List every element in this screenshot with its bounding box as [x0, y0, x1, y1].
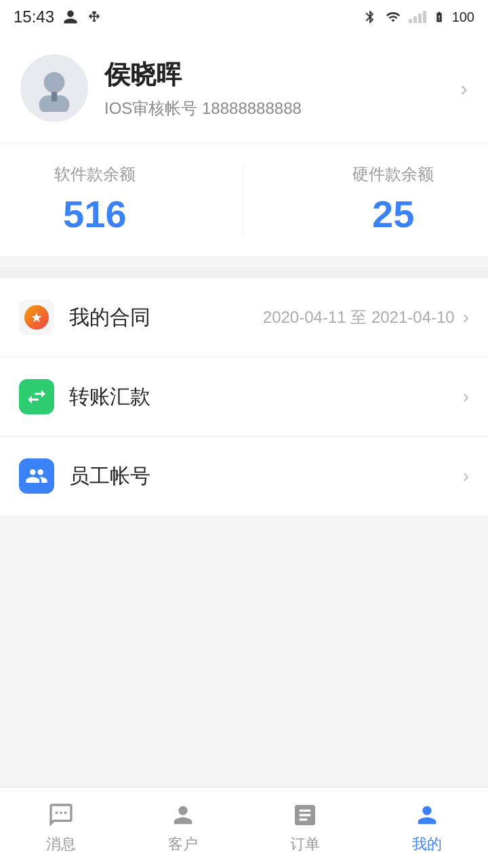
- account-phone: 18888888888: [202, 99, 302, 117]
- balance-section: 软件款余额 516 硬件款余额 25: [0, 143, 488, 256]
- employee-icon-wrap: [19, 458, 54, 494]
- software-balance-label: 软件款余额: [54, 163, 136, 185]
- tab-message-label: 消息: [46, 834, 76, 854]
- section-divider: [0, 267, 488, 278]
- hardware-balance-label: 硬件款余额: [352, 163, 434, 185]
- mine-tab-icon: [413, 802, 441, 829]
- bluetooth-icon: [363, 9, 378, 24]
- avatar: [20, 54, 88, 122]
- menu-section: ★ 我的合同 2020-04-11 至 2021-04-10 › 转账汇款 ›: [0, 278, 488, 515]
- gray-filler: [0, 515, 488, 787]
- contract-chevron-icon: ›: [463, 307, 469, 328]
- battery-percent: 100: [452, 9, 474, 25]
- order-tab-icon: [291, 802, 319, 829]
- charging-icon: [433, 9, 445, 24]
- hardware-balance-value: 25: [352, 192, 434, 236]
- contract-label: 我的合同: [69, 304, 263, 332]
- tab-order-label: 订单: [290, 834, 320, 854]
- tab-bar: 消息 客户 订单 我的: [0, 787, 488, 868]
- svg-point-0: [44, 72, 65, 93]
- tab-customer-label: 客户: [168, 834, 198, 854]
- hardware-balance: 硬件款余额 25: [352, 163, 434, 236]
- tab-customer[interactable]: 客户: [122, 787, 244, 868]
- user-name: 侯晓晖: [104, 58, 460, 92]
- signal-icon: [409, 11, 426, 23]
- tab-order[interactable]: 订单: [244, 787, 366, 868]
- usb-icon: [87, 9, 102, 24]
- profile-info: 侯晓晖 IOS审核帐号 18888888888: [104, 58, 460, 119]
- customer-tab-icon: [169, 802, 197, 829]
- software-balance-value: 516: [54, 192, 136, 236]
- balance-divider: [243, 163, 244, 236]
- my-contract-item[interactable]: ★ 我的合同 2020-04-11 至 2021-04-10 ›: [0, 278, 488, 357]
- message-tab-icon: [47, 802, 75, 829]
- tab-mine-label: 我的: [412, 834, 442, 854]
- status-bar: 15:43 100: [0, 0, 488, 34]
- employee-icon: [25, 465, 48, 488]
- employee-label: 员工帐号: [69, 462, 463, 490]
- profile-chevron-icon: ›: [460, 76, 468, 101]
- transfer-label: 转账汇款: [69, 383, 463, 411]
- wifi-icon: [384, 9, 402, 24]
- contract-date-range: 2020-04-11 至 2021-04-10: [263, 307, 455, 328]
- account-label: IOS审核帐号: [104, 99, 197, 117]
- tab-message[interactable]: 消息: [0, 787, 122, 868]
- profile-card[interactable]: 侯晓晖 IOS审核帐号 18888888888 ›: [0, 34, 488, 143]
- software-balance: 软件款余额 516: [54, 163, 136, 236]
- account-info: IOS审核帐号 18888888888: [104, 98, 460, 119]
- tab-mine[interactable]: 我的: [366, 787, 488, 868]
- transfer-chevron-icon: ›: [463, 386, 469, 408]
- transfer-icon-wrap: [19, 379, 54, 414]
- contract-icon-wrap: ★: [19, 300, 54, 335]
- transfer-icon: [25, 385, 48, 408]
- employee-item[interactable]: 员工帐号 ›: [0, 437, 488, 515]
- transfer-item[interactable]: 转账汇款 ›: [0, 357, 488, 437]
- employee-chevron-icon: ›: [463, 465, 469, 487]
- time-display: 15:43: [14, 7, 54, 26]
- person-icon: [62, 9, 79, 25]
- star-icon: ★: [24, 305, 49, 330]
